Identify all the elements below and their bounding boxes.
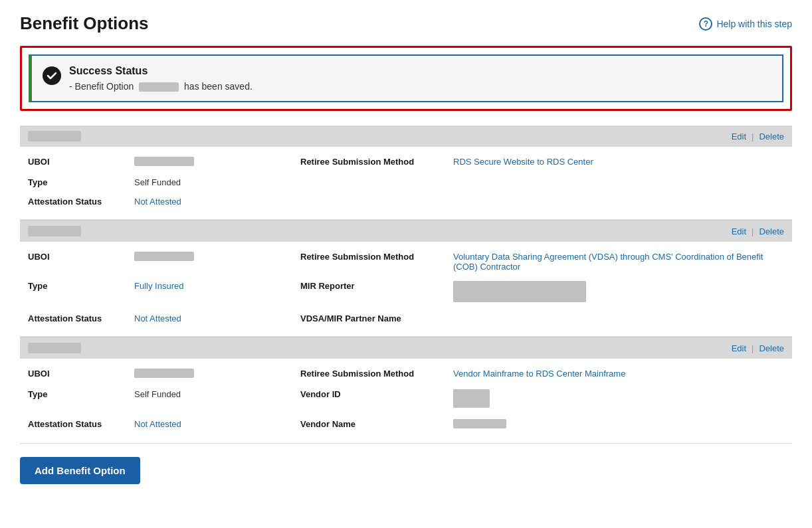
card-3-id-redacted — [28, 343, 81, 353]
card-3-delete-link[interactable]: Delete — [759, 343, 784, 353]
card-1-type-value: Self Funded — [134, 175, 300, 189]
card-2-attestation-label: Attestation Status — [28, 311, 134, 325]
card-1-attestation-value: Not Attested — [134, 195, 300, 209]
help-icon: ? — [699, 17, 712, 31]
card-2-uboi-value — [134, 250, 300, 274]
card-1-uboi-redacted — [134, 157, 194, 166]
card-3-uboi-label: UBOI — [28, 367, 134, 382]
card-2-type-label: Type — [28, 279, 134, 306]
card-2-actions: Edit | Delete — [732, 226, 784, 236]
card-1-edit-link[interactable]: Edit — [732, 132, 746, 141]
help-label: Help with this step — [716, 19, 792, 29]
card-3-attestation-label: Attestation Status — [28, 417, 134, 432]
card-3-vendor-id-label: Vendor ID — [300, 387, 453, 412]
card-1-id-redacted — [28, 131, 81, 141]
card-1-delete-link[interactable]: Delete — [759, 132, 784, 141]
card-1-header: Edit | Delete — [20, 126, 792, 147]
success-message: - Benefit Option has been saved. — [69, 81, 253, 92]
success-message-prefix: - Benefit Option — [69, 81, 134, 92]
page-header: Benefit Options ? Help with this step — [20, 13, 792, 34]
card-2-mir-value — [453, 279, 784, 306]
card-1-type-label: Type — [28, 175, 134, 189]
card-3-retiree-value: Vendor Mainframe to RDS Center Mainframe — [453, 367, 784, 382]
card-1-attestation-label: Attestation Status — [28, 195, 134, 209]
success-outer-border: Success Status - Benefit Option has been… — [20, 46, 792, 111]
card-2-mir-redacted — [453, 281, 586, 302]
card-1-separator: | — [752, 132, 754, 141]
card-3-vendor-name-value — [453, 417, 784, 432]
success-checkmark-icon — [43, 66, 61, 85]
card-2-header: Edit | Delete — [20, 220, 792, 242]
card-1-retiree-label: Retiree Submission Method — [300, 155, 453, 170]
card-3-type-value: Self Funded — [134, 387, 300, 412]
success-content: Success Status - Benefit Option has been… — [69, 65, 253, 92]
card-2-id-redacted — [28, 226, 81, 236]
help-link[interactable]: ? Help with this step — [699, 17, 792, 31]
card-3-edit-link[interactable]: Edit — [732, 343, 746, 353]
card-3-vendor-id-value — [453, 387, 784, 412]
card-3-vendor-name-redacted — [453, 419, 506, 428]
card-2-vdsa-value — [453, 311, 784, 325]
card-3-body: UBOI Retiree Submission Method Vendor Ma… — [20, 359, 792, 443]
card-2-type-value: Fully Insured — [134, 279, 300, 306]
card-3-uboi-value — [134, 367, 300, 382]
card-2-retiree-value: Voluntary Data Sharing Agreement (VDSA) … — [453, 250, 784, 274]
benefit-card-2: Edit | Delete UBOI Retiree Submission Me… — [20, 220, 792, 337]
card-2-mir-label: MIR Reporter — [300, 279, 453, 306]
card-3-retiree-label: Retiree Submission Method — [300, 367, 453, 382]
success-message-suffix: has been saved. — [184, 81, 253, 92]
card-2-vdsa-label: VDSA/MIR Partner Name — [300, 311, 453, 325]
benefit-card-1: Edit | Delete UBOI Retiree Submission Me… — [20, 126, 792, 220]
card-3-header: Edit | Delete — [20, 337, 792, 359]
card-1-body: UBOI Retiree Submission Method RDS Secur… — [20, 147, 792, 219]
card-3-attestation-value: Not Attested — [134, 417, 300, 432]
card-1-actions: Edit | Delete — [732, 132, 784, 141]
card-1-uboi-value — [134, 155, 300, 170]
card-2-body: UBOI Retiree Submission Method Voluntary… — [20, 242, 792, 336]
card-2-separator: | — [752, 226, 754, 236]
card-2-attestation-value: Not Attested — [134, 311, 300, 325]
page-title: Benefit Options — [20, 13, 149, 34]
card-3-uboi-redacted — [134, 369, 194, 378]
card-2-uboi-label: UBOI — [28, 250, 134, 274]
success-title: Success Status — [69, 65, 253, 77]
card-1-uboi-label: UBOI — [28, 155, 134, 170]
card-1-retiree-value: RDS Secure Website to RDS Center — [453, 155, 784, 170]
card-3-vendor-name-label: Vendor Name — [300, 417, 453, 432]
add-benefit-option-button[interactable]: Add Benefit Option — [20, 457, 140, 484]
success-banner: Success Status - Benefit Option has been… — [29, 54, 783, 102]
card-2-delete-link[interactable]: Delete — [759, 226, 784, 236]
card-2-edit-link[interactable]: Edit — [732, 226, 746, 236]
card-2-retiree-label: Retiree Submission Method — [300, 250, 453, 274]
card-3-type-label: Type — [28, 387, 134, 412]
card-3-vendor-id-redacted — [453, 389, 490, 408]
card-3-separator: | — [752, 343, 754, 353]
card-3-actions: Edit | Delete — [732, 343, 784, 353]
redacted-benefit-option-id — [139, 82, 179, 92]
benefit-card-3: Edit | Delete UBOI Retiree Submission Me… — [20, 337, 792, 444]
card-2-uboi-redacted — [134, 252, 194, 261]
